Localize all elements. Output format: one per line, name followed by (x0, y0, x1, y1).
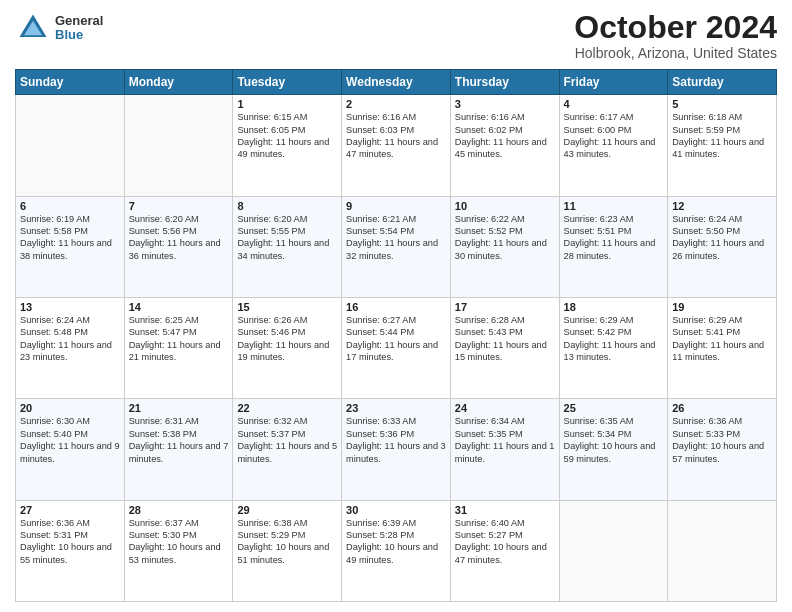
calendar-cell: 12Sunrise: 6:24 AMSunset: 5:50 PMDayligh… (668, 196, 777, 297)
day-info: Sunrise: 6:20 AMSunset: 5:56 PMDaylight:… (129, 213, 229, 263)
day-info: Sunrise: 6:32 AMSunset: 5:37 PMDaylight:… (237, 415, 337, 465)
day-info: Sunrise: 6:27 AMSunset: 5:44 PMDaylight:… (346, 314, 446, 364)
day-number: 23 (346, 402, 446, 414)
calendar-cell: 19Sunrise: 6:29 AMSunset: 5:41 PMDayligh… (668, 297, 777, 398)
calendar-cell: 29Sunrise: 6:38 AMSunset: 5:29 PMDayligh… (233, 500, 342, 601)
logo-blue: Blue (55, 28, 103, 42)
calendar-cell: 26Sunrise: 6:36 AMSunset: 5:33 PMDayligh… (668, 399, 777, 500)
day-number: 22 (237, 402, 337, 414)
day-of-week-monday: Monday (124, 70, 233, 95)
day-info: Sunrise: 6:26 AMSunset: 5:46 PMDaylight:… (237, 314, 337, 364)
calendar-cell: 24Sunrise: 6:34 AMSunset: 5:35 PMDayligh… (450, 399, 559, 500)
day-number: 4 (564, 98, 664, 110)
logo-general: General (55, 14, 103, 28)
title-block: October 2024 Holbrook, Arizona, United S… (574, 10, 777, 61)
calendar-cell: 3Sunrise: 6:16 AMSunset: 6:02 PMDaylight… (450, 95, 559, 196)
day-info: Sunrise: 6:40 AMSunset: 5:27 PMDaylight:… (455, 517, 555, 567)
day-number: 26 (672, 402, 772, 414)
calendar-cell: 11Sunrise: 6:23 AMSunset: 5:51 PMDayligh… (559, 196, 668, 297)
logo: General Blue (15, 10, 103, 46)
day-info: Sunrise: 6:36 AMSunset: 5:33 PMDaylight:… (672, 415, 772, 465)
day-of-week-sunday: Sunday (16, 70, 125, 95)
calendar-cell: 30Sunrise: 6:39 AMSunset: 5:28 PMDayligh… (342, 500, 451, 601)
day-info: Sunrise: 6:31 AMSunset: 5:38 PMDaylight:… (129, 415, 229, 465)
header: General Blue October 2024 Holbrook, Ariz… (15, 10, 777, 61)
calendar-cell: 7Sunrise: 6:20 AMSunset: 5:56 PMDaylight… (124, 196, 233, 297)
calendar-cell: 14Sunrise: 6:25 AMSunset: 5:47 PMDayligh… (124, 297, 233, 398)
day-info: Sunrise: 6:29 AMSunset: 5:41 PMDaylight:… (672, 314, 772, 364)
location: Holbrook, Arizona, United States (574, 45, 777, 61)
day-of-week-saturday: Saturday (668, 70, 777, 95)
calendar-cell: 15Sunrise: 6:26 AMSunset: 5:46 PMDayligh… (233, 297, 342, 398)
logo-icon (15, 10, 51, 46)
day-info: Sunrise: 6:18 AMSunset: 5:59 PMDaylight:… (672, 111, 772, 161)
calendar-week-row: 1Sunrise: 6:15 AMSunset: 6:05 PMDaylight… (16, 95, 777, 196)
day-info: Sunrise: 6:23 AMSunset: 5:51 PMDaylight:… (564, 213, 664, 263)
day-number: 27 (20, 504, 120, 516)
day-number: 13 (20, 301, 120, 313)
calendar-cell: 23Sunrise: 6:33 AMSunset: 5:36 PMDayligh… (342, 399, 451, 500)
calendar-cell (559, 500, 668, 601)
calendar-cell: 9Sunrise: 6:21 AMSunset: 5:54 PMDaylight… (342, 196, 451, 297)
calendar-week-row: 13Sunrise: 6:24 AMSunset: 5:48 PMDayligh… (16, 297, 777, 398)
day-info: Sunrise: 6:20 AMSunset: 5:55 PMDaylight:… (237, 213, 337, 263)
day-number: 3 (455, 98, 555, 110)
day-number: 31 (455, 504, 555, 516)
day-of-week-friday: Friday (559, 70, 668, 95)
day-of-week-wednesday: Wednesday (342, 70, 451, 95)
calendar-week-row: 27Sunrise: 6:36 AMSunset: 5:31 PMDayligh… (16, 500, 777, 601)
calendar-cell: 21Sunrise: 6:31 AMSunset: 5:38 PMDayligh… (124, 399, 233, 500)
day-number: 9 (346, 200, 446, 212)
day-number: 8 (237, 200, 337, 212)
day-info: Sunrise: 6:33 AMSunset: 5:36 PMDaylight:… (346, 415, 446, 465)
calendar-cell: 20Sunrise: 6:30 AMSunset: 5:40 PMDayligh… (16, 399, 125, 500)
calendar-cell: 8Sunrise: 6:20 AMSunset: 5:55 PMDaylight… (233, 196, 342, 297)
day-info: Sunrise: 6:16 AMSunset: 6:02 PMDaylight:… (455, 111, 555, 161)
day-number: 14 (129, 301, 229, 313)
day-info: Sunrise: 6:36 AMSunset: 5:31 PMDaylight:… (20, 517, 120, 567)
day-number: 30 (346, 504, 446, 516)
calendar-cell: 13Sunrise: 6:24 AMSunset: 5:48 PMDayligh… (16, 297, 125, 398)
calendar-cell: 5Sunrise: 6:18 AMSunset: 5:59 PMDaylight… (668, 95, 777, 196)
day-number: 1 (237, 98, 337, 110)
day-info: Sunrise: 6:35 AMSunset: 5:34 PMDaylight:… (564, 415, 664, 465)
calendar-cell: 27Sunrise: 6:36 AMSunset: 5:31 PMDayligh… (16, 500, 125, 601)
day-number: 10 (455, 200, 555, 212)
day-info: Sunrise: 6:39 AMSunset: 5:28 PMDaylight:… (346, 517, 446, 567)
calendar-cell: 31Sunrise: 6:40 AMSunset: 5:27 PMDayligh… (450, 500, 559, 601)
calendar-cell: 10Sunrise: 6:22 AMSunset: 5:52 PMDayligh… (450, 196, 559, 297)
day-of-week-tuesday: Tuesday (233, 70, 342, 95)
day-info: Sunrise: 6:15 AMSunset: 6:05 PMDaylight:… (237, 111, 337, 161)
calendar: SundayMondayTuesdayWednesdayThursdayFrid… (15, 69, 777, 602)
calendar-cell (16, 95, 125, 196)
calendar-cell: 18Sunrise: 6:29 AMSunset: 5:42 PMDayligh… (559, 297, 668, 398)
day-number: 24 (455, 402, 555, 414)
day-info: Sunrise: 6:28 AMSunset: 5:43 PMDaylight:… (455, 314, 555, 364)
day-info: Sunrise: 6:38 AMSunset: 5:29 PMDaylight:… (237, 517, 337, 567)
day-number: 11 (564, 200, 664, 212)
day-number: 16 (346, 301, 446, 313)
day-number: 28 (129, 504, 229, 516)
calendar-cell (124, 95, 233, 196)
calendar-cell: 17Sunrise: 6:28 AMSunset: 5:43 PMDayligh… (450, 297, 559, 398)
day-info: Sunrise: 6:37 AMSunset: 5:30 PMDaylight:… (129, 517, 229, 567)
calendar-cell: 4Sunrise: 6:17 AMSunset: 6:00 PMDaylight… (559, 95, 668, 196)
calendar-cell: 16Sunrise: 6:27 AMSunset: 5:44 PMDayligh… (342, 297, 451, 398)
day-info: Sunrise: 6:19 AMSunset: 5:58 PMDaylight:… (20, 213, 120, 263)
day-info: Sunrise: 6:21 AMSunset: 5:54 PMDaylight:… (346, 213, 446, 263)
day-info: Sunrise: 6:30 AMSunset: 5:40 PMDaylight:… (20, 415, 120, 465)
day-number: 15 (237, 301, 337, 313)
day-number: 25 (564, 402, 664, 414)
day-info: Sunrise: 6:16 AMSunset: 6:03 PMDaylight:… (346, 111, 446, 161)
month-title: October 2024 (574, 10, 777, 45)
calendar-cell: 1Sunrise: 6:15 AMSunset: 6:05 PMDaylight… (233, 95, 342, 196)
day-number: 18 (564, 301, 664, 313)
day-of-week-thursday: Thursday (450, 70, 559, 95)
day-number: 19 (672, 301, 772, 313)
page: General Blue October 2024 Holbrook, Ariz… (0, 0, 792, 612)
calendar-cell: 6Sunrise: 6:19 AMSunset: 5:58 PMDaylight… (16, 196, 125, 297)
day-info: Sunrise: 6:24 AMSunset: 5:48 PMDaylight:… (20, 314, 120, 364)
day-number: 7 (129, 200, 229, 212)
day-number: 21 (129, 402, 229, 414)
calendar-cell: 25Sunrise: 6:35 AMSunset: 5:34 PMDayligh… (559, 399, 668, 500)
